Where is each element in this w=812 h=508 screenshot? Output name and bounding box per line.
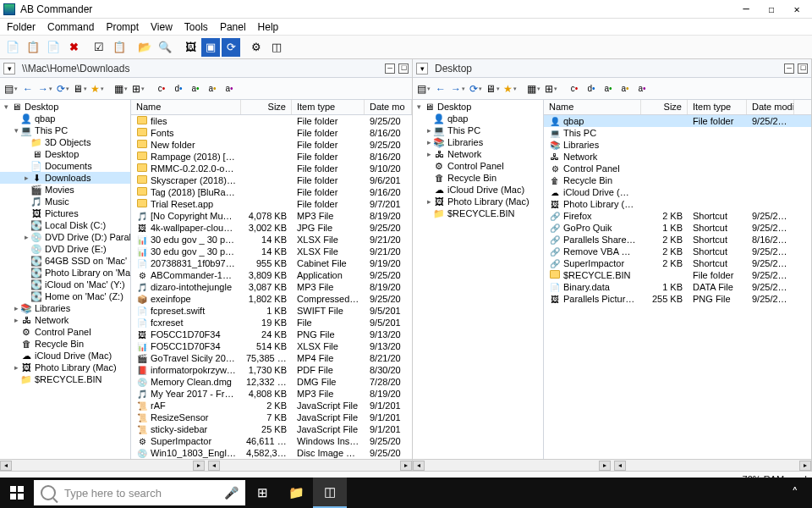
tree-item[interactable]: 👤qbap	[413, 113, 543, 124]
tree-item[interactable]: ▾🖥Desktop	[413, 101, 543, 113]
terminal-button[interactable]: ▣	[201, 38, 220, 57]
left-fav-button[interactable]: ★	[90, 80, 105, 97]
start-button[interactable]	[0, 478, 34, 508]
right-max-icon[interactable]: ☐	[798, 64, 808, 74]
menu-help[interactable]: Help	[258, 21, 279, 33]
scroll-right2-icon[interactable]: ▸	[799, 461, 811, 471]
new-file-button[interactable]: 📄	[3, 38, 22, 57]
list-row[interactable]: RMMC-0.2.02.0-osx64-…File folder9/10/20	[131, 163, 412, 174]
right-back-button[interactable]: ←	[433, 80, 448, 97]
list-row[interactable]: 🔗Remove VBA Password2 KBShortcut9/25/201…	[544, 246, 811, 257]
tree-item[interactable]: 🗑Recycle Bin	[413, 172, 543, 184]
right-min-icon[interactable]: ─	[784, 64, 794, 74]
maximize-button[interactable]: ☐	[766, 4, 776, 14]
left-path[interactable]: \\Mac\Home\Downloads	[17, 63, 383, 75]
list-row[interactable]: 📄fcxreset19 KBFile9/5/201	[131, 317, 412, 329]
col-date[interactable]: Date modi	[747, 100, 794, 114]
left-max-icon[interactable]: ☐	[398, 64, 409, 74]
tray-chevron-icon[interactable]: ˄	[778, 478, 812, 508]
image-button[interactable]: 🖼	[181, 38, 200, 57]
tree-item[interactable]: 👤qbap	[0, 113, 130, 124]
list-row[interactable]: New folderFile folder9/25/20	[131, 139, 412, 151]
right-fav-button[interactable]: ★	[502, 80, 518, 97]
right-path-menu-button[interactable]: ▾	[416, 63, 428, 75]
chevron-icon[interactable]: ▸	[425, 138, 433, 146]
tree-item[interactable]: 🎬Movies	[0, 184, 130, 196]
tree-item[interactable]: 💿DVD Drive (E:)	[0, 243, 130, 255]
tree-item[interactable]: ▸⬇Downloads	[0, 172, 130, 184]
list-row[interactable]: filesFile folder9/25/20	[131, 115, 412, 127]
list-row[interactable]: Trial Reset.appFile folder9/7/201	[131, 198, 412, 210]
list-row[interactable]: Rampage (2018) [BluR…File folder8/16/20	[131, 151, 412, 163]
list-row[interactable]: 🎬GoTravel Sicily 201875,385 KBMP4 File8/…	[131, 352, 412, 364]
left-monitor-button[interactable]: 🖥	[72, 80, 88, 97]
tree-item[interactable]: ▸🖧Network	[413, 148, 543, 160]
right-monitor-button[interactable]: 🖥	[485, 80, 501, 97]
list-row[interactable]: 📜sticky-sidebar25 KBJavaScript File9/1/2…	[131, 423, 412, 435]
list-row[interactable]: 🖼Photo Library (Mac)	[544, 198, 811, 210]
tree-item[interactable]: 🖼Pictures	[0, 207, 130, 219]
tree-item[interactable]: 💽iCloud on 'Mac' (Y:)	[0, 279, 130, 290]
tree-item[interactable]: ▸📚Libraries	[0, 302, 130, 314]
right-forward-button[interactable]: →	[450, 80, 466, 97]
right-sort4-button[interactable]: a•	[617, 80, 633, 97]
list-row[interactable]: 📜rAF2 KBJavaScript File9/1/201	[131, 400, 412, 411]
chevron-icon[interactable]: ▸	[425, 197, 433, 206]
right-refresh-button[interactable]: ⟳	[468, 80, 483, 97]
left-view-list-button[interactable]: ▦	[113, 80, 129, 97]
menu-folder[interactable]: Folder	[7, 21, 36, 33]
col-name[interactable]: Name	[131, 100, 241, 114]
list-row[interactable]: $RECYCLE.BINFile folder9/25/2018	[544, 269, 811, 281]
tree-item[interactable]: ▸💿DVD Drive (D:) Parallels Tools	[0, 231, 130, 243]
list-row[interactable]: 📊FO5CC1D70F34514 KBXLSX File9/13/20	[131, 340, 412, 352]
right-sort3-button[interactable]: a•	[601, 80, 616, 97]
search-button[interactable]: 🔍	[156, 38, 174, 57]
menu-view[interactable]: View	[151, 21, 173, 33]
paste-button[interactable]: 📄	[44, 38, 63, 57]
tree-item[interactable]: 💽Local Disk (C:)	[0, 219, 130, 231]
right-menu-button[interactable]: ▤	[416, 80, 431, 97]
tree-item[interactable]: ☁iCloud Drive (Mac)	[413, 184, 543, 196]
list-row[interactable]: 🖧Network	[544, 151, 811, 163]
chevron-icon[interactable]: ▾	[2, 102, 10, 111]
col-date[interactable]: Date mo	[365, 100, 412, 114]
list-row[interactable]: 🔗Parallels Shared Folders2 KBShortcut8/1…	[544, 234, 811, 246]
menu-command[interactable]: Command	[47, 21, 94, 33]
tree-item[interactable]: 🗑Recycle Bin	[0, 338, 130, 350]
left-back-button[interactable]: ←	[20, 80, 36, 97]
list-row[interactable]: 🖼Parallels Picture 6255 KBPNG File9/25/2…	[544, 293, 811, 305]
scroll-right2-icon[interactable]: ▸	[400, 461, 412, 471]
list-row[interactable]: 👤qbapFile folder9/25/2018	[544, 115, 811, 127]
close-button[interactable]: ✕	[792, 4, 802, 14]
task-view-button[interactable]: ⊞	[245, 478, 279, 508]
list-row[interactable]: 🔗Firefox2 KBShortcut9/25/2018	[544, 210, 811, 222]
list-row[interactable]: 🖼FO5CC1D70F3424 KBPNG File9/13/20	[131, 329, 412, 340]
list-row[interactable]: 📜ResizeSensor7 KBJavaScript File9/1/201	[131, 411, 412, 423]
minimize-button[interactable]: ─	[741, 4, 751, 14]
col-type[interactable]: Item type	[688, 100, 747, 114]
col-type[interactable]: Item type	[292, 100, 365, 114]
list-button[interactable]: 📋	[110, 38, 129, 57]
list-row[interactable]: Tag (2018) [BluRay] [1…File folder9/16/2…	[131, 186, 412, 198]
left-refresh-button[interactable]: ⟳	[55, 80, 70, 97]
tree-item[interactable]: ▾💻This PC	[0, 124, 130, 136]
scroll-left-icon[interactable]: ◂	[413, 461, 425, 471]
right-sort5-button[interactable]: a•	[634, 80, 650, 97]
layout-button[interactable]: ◫	[267, 38, 286, 57]
tree-item[interactable]: ▸💻This PC	[413, 124, 543, 136]
left-file-list[interactable]: Name Size Item type Date mo filesFile fo…	[131, 100, 412, 459]
scroll-left-icon[interactable]: ◂	[0, 461, 12, 471]
tree-item[interactable]: 🖥Desktop	[0, 148, 130, 160]
settings-button[interactable]: ⚙	[247, 38, 266, 57]
right-file-list[interactable]: Name Size Item type Date modi 👤qbapFile …	[544, 100, 811, 459]
list-row[interactable]: 🗑Recycle Bin	[544, 174, 811, 186]
left-sort3-button[interactable]: a•	[188, 80, 203, 97]
explorer-taskbar-icon[interactable]: 📁	[279, 478, 313, 508]
list-row[interactable]: 📄20738831_1f0b97950800…955 KBCabinet Fil…	[131, 257, 412, 269]
list-row[interactable]: 📚Libraries	[544, 139, 811, 151]
chevron-icon[interactable]: ▾	[12, 126, 20, 135]
copy-button[interactable]: 📋	[24, 38, 42, 57]
list-row[interactable]: 🎵dizaro-intothejungle3,087 KBMP3 File8/1…	[131, 281, 412, 293]
list-row[interactable]: 🖼4k-wallpaper-clouds-d…3,002 KBJPG File9…	[131, 222, 412, 234]
list-row[interactable]: 🎵[No Copyright Music] …4,078 KBMP3 File8…	[131, 210, 412, 222]
